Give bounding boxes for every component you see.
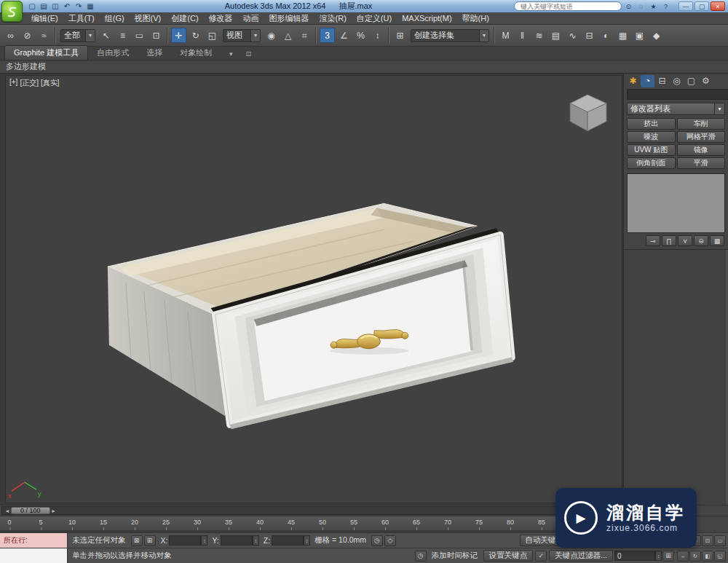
absolute-offset-mode-icon[interactable]: ⊞ — [144, 535, 156, 546]
selection-lock-icon[interactable]: ⊠ — [131, 535, 143, 546]
modifier-button[interactable]: 噪波 — [627, 131, 676, 143]
key-filters-button[interactable]: 关键点过滤器... — [549, 550, 613, 562]
menu-item[interactable]: 视图(V) — [130, 12, 167, 24]
menu-item[interactable]: 动画 — [238, 12, 264, 24]
render-production-icon[interactable]: ◆ — [649, 28, 664, 43]
spinner-snap-icon[interactable]: ↕ — [370, 28, 385, 43]
pan-icon[interactable]: ↔ — [677, 551, 689, 562]
hierarchy-tab-icon[interactable]: ⊟ — [655, 75, 669, 87]
viewport-pov-menu[interactable]: [正交] — [20, 78, 39, 88]
offset-mode-icon[interactable]: ◇ — [384, 535, 396, 546]
display-tab-icon[interactable]: ▢ — [684, 75, 698, 87]
window-crossing-icon[interactable]: ⊡ — [149, 28, 164, 43]
new-file-icon[interactable]: ▢ — [26, 2, 38, 10]
modifier-button[interactable]: 倒角剖面 — [627, 157, 676, 169]
view-cube[interactable] — [570, 95, 606, 131]
modifier-button[interactable]: 镜像 — [677, 144, 726, 156]
favorites-star-icon[interactable]: ★ — [648, 3, 659, 10]
edit-named-selection-icon[interactable]: ⊞ — [392, 28, 408, 43]
x-coordinate-field[interactable] — [169, 535, 201, 546]
time-slider-frame-label[interactable]: 0 / 100 — [11, 507, 50, 514]
frame-spinner-icon[interactable]: ↕ — [655, 551, 662, 561]
modify-tab-icon[interactable]: ◔ — [641, 75, 654, 87]
viewport[interactable]: x y [+][正交][真实] — [5, 75, 622, 503]
select-and-manipulate-icon[interactable]: △ — [280, 28, 296, 43]
time-slider-handle[interactable]: ◄ 0 / 100 ► — [4, 507, 58, 514]
select-and-move-icon[interactable]: ✛ — [171, 28, 186, 43]
motion-tab-icon[interactable]: ◎ — [670, 75, 684, 87]
material-editor-icon[interactable]: ◐ — [598, 28, 614, 43]
make-unique-icon[interactable]: ⋎ — [678, 235, 692, 246]
save-icon[interactable]: ◫ — [50, 2, 61, 10]
open-file-icon[interactable]: ▤ — [38, 2, 50, 10]
undo-icon[interactable]: ↶ — [61, 2, 73, 10]
next-frame-arrow-icon[interactable]: ► — [50, 508, 58, 513]
current-frame-field[interactable] — [614, 551, 655, 561]
snap-toggle-3d-icon[interactable]: 3 — [320, 28, 335, 43]
mirror-icon[interactable]: M — [498, 28, 513, 43]
add-time-tag-label[interactable]: 添加时间标记 — [432, 551, 478, 561]
ribbon-subtab-polygon-modeling[interactable]: 多边形建模 — [6, 61, 46, 72]
menu-item[interactable]: 渲染(R) — [314, 12, 352, 24]
pin-stack-icon[interactable]: ⊸ — [646, 235, 660, 246]
drawer-object[interactable] — [108, 203, 513, 429]
maxscript-mini-listener-white[interactable] — [0, 548, 68, 563]
menu-item[interactable]: 组(G) — [100, 12, 130, 24]
menu-item[interactable]: 帮助(H) — [457, 12, 494, 24]
modifier-list-dropdown[interactable]: 修改器列表 ▾ — [627, 103, 725, 115]
graphite-ribbon-toggle-icon[interactable]: ▤ — [548, 28, 563, 43]
z-spinner-icon[interactable]: ↕ — [304, 535, 310, 546]
keyfilter-check-icon[interactable]: ✓ — [535, 551, 547, 562]
ribbon-tab[interactable]: 选择 — [138, 46, 171, 60]
minimize-button[interactable]: — — [678, 1, 693, 11]
search-icon[interactable]: ⊙ — [623, 3, 634, 10]
modifier-button[interactable]: 网格平滑 — [677, 131, 726, 143]
project-folder-icon[interactable]: ▦ — [84, 2, 96, 10]
ribbon-config-icon[interactable]: ⊡ — [242, 50, 254, 58]
viewport-canvas[interactable]: x y — [6, 76, 622, 503]
layer-manager-icon[interactable]: ≋ — [531, 28, 547, 43]
rectangular-selection-region-icon[interactable]: ▭ — [132, 28, 147, 43]
time-tag-clock-icon[interactable]: ◷ — [415, 551, 427, 562]
zoom-extents-icon[interactable]: ⊡ — [702, 535, 713, 546]
select-and-scale-icon[interactable]: ◱ — [205, 28, 220, 43]
reference-coordinate-combo[interactable]: 视图▾ — [223, 29, 261, 42]
modifier-stack[interactable] — [627, 173, 725, 233]
ribbon-tab[interactable]: Graphite 建模工具 — [4, 45, 88, 60]
y-spinner-icon[interactable]: ↕ — [253, 535, 259, 546]
select-and-rotate-icon[interactable]: ↻ — [188, 28, 203, 43]
ribbon-tab[interactable]: 对象绘制 — [171, 46, 221, 60]
maximize-viewport-icon[interactable]: ◱ — [714, 551, 726, 562]
angle-snap-icon[interactable]: ∠ — [336, 28, 352, 43]
maxscript-mini-listener-pink[interactable]: 所在行: — [0, 533, 68, 548]
menu-item[interactable]: 工具(T) — [63, 12, 100, 24]
remove-modifier-icon[interactable]: ⊖ — [694, 235, 708, 246]
redo-icon[interactable]: ↷ — [73, 2, 84, 10]
maximize-button[interactable]: ▢ — [695, 1, 709, 11]
schematic-view-icon[interactable]: ⊟ — [582, 28, 597, 43]
named-selection-combo[interactable]: 创建选择集▾ — [411, 29, 489, 42]
search-input[interactable] — [514, 1, 622, 11]
selection-filter-combo[interactable]: 全部▾ — [60, 29, 95, 42]
menu-item[interactable]: 编辑(E) — [26, 12, 63, 24]
isolate-selection-icon[interactable]: ◷ — [371, 535, 383, 546]
curve-editor-icon[interactable]: ∿ — [565, 28, 580, 43]
menu-item[interactable]: 图形编辑器 — [264, 12, 314, 24]
menu-item[interactable]: 修改器 — [204, 12, 238, 24]
close-button[interactable]: × — [711, 1, 725, 11]
field-of-view-icon[interactable]: ◧ — [702, 551, 713, 562]
x-spinner-icon[interactable]: ↕ — [201, 535, 207, 546]
help-icon[interactable]: ? — [660, 3, 671, 10]
bind-to-space-warp-icon[interactable]: ≈ — [36, 28, 52, 43]
align-icon[interactable]: ‖ — [515, 28, 530, 43]
y-coordinate-field[interactable] — [221, 535, 253, 546]
menu-item[interactable]: MAXScript(M) — [397, 12, 456, 24]
rendered-frame-window-icon[interactable]: ▣ — [632, 28, 647, 43]
ribbon-minimize-icon[interactable]: ▾ — [225, 50, 237, 58]
previous-frame-arrow-icon[interactable]: ◄ — [4, 508, 11, 513]
set-key-button[interactable]: 设置关键点 — [483, 550, 534, 562]
ribbon-tab[interactable]: 自由形式 — [88, 46, 138, 60]
z-coordinate-field[interactable] — [272, 535, 304, 546]
unlink-selection-icon[interactable]: ⊘ — [20, 28, 35, 43]
keyboard-shortcut-override-icon[interactable]: ⌗ — [297, 28, 312, 43]
